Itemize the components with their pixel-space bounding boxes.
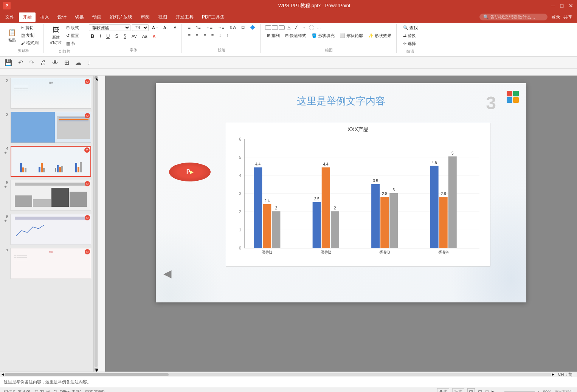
slide-thumb-4[interactable]: 4 ★ [2, 145, 92, 178]
format-painter-button[interactable]: 🖌 格式刷 [19, 39, 40, 46]
hscroll-thumb[interactable] [5, 373, 169, 376]
minimize-button[interactable]: ─ [550, 3, 556, 9]
indent-dec-button[interactable]: ←≡ [204, 25, 214, 31]
slide-thumb-6[interactable]: 6 ★ O [2, 213, 92, 246]
menu-insert[interactable]: 插入 [36, 12, 53, 22]
justify-button[interactable]: ≡ [209, 32, 216, 38]
arrange-button[interactable]: ⊞排列 [265, 32, 282, 39]
slide-preview-3[interactable]: O [11, 112, 91, 143]
cut-button[interactable]: ✂ 剪切 [19, 24, 40, 31]
undo-button[interactable]: ↶ [17, 58, 25, 67]
login-button[interactable]: 登录 [551, 14, 560, 20]
menu-view[interactable]: 视图 [154, 12, 171, 22]
shape-circle[interactable] [309, 25, 314, 30]
font-name-select[interactable]: 微软雅黑 [89, 24, 130, 31]
font-case-button[interactable]: Aa [140, 33, 149, 39]
menu-home[interactable]: 开始 [19, 12, 36, 22]
slide-thumb-3[interactable]: 3 O [2, 111, 92, 144]
redo-button[interactable]: ↷ [28, 58, 36, 67]
tools-button-1[interactable]: ⊞ [63, 58, 71, 67]
line-spacing-button[interactable]: ↕ [217, 32, 223, 38]
fill-button[interactable]: 🪣形状填充 [310, 32, 337, 39]
hscroll-track[interactable] [5, 373, 551, 376]
zoom-in-button[interactable]: + [538, 390, 540, 392]
convert-smartart-button[interactable]: 🔷 [248, 24, 257, 31]
view-toggle-button[interactable]: 👁 [51, 59, 60, 67]
bold-button[interactable]: B [89, 33, 96, 40]
quick-styles-button[interactable]: ⊟快速样式 [283, 32, 308, 39]
menu-file[interactable]: 文件 [2, 12, 18, 22]
notes-button[interactable]: 备注 [437, 388, 449, 392]
replace-button[interactable]: ⇄替换 [401, 32, 420, 39]
notes-bar[interactable]: 这里是举例备注内容，这里是举例备注注内容。 [0, 377, 577, 387]
align-center-button[interactable]: ≡ [194, 32, 200, 38]
font-size-select[interactable]: 24 [132, 24, 149, 31]
normal-view-button[interactable]: ⊞ [467, 388, 475, 392]
slide-thumb-2[interactable]: 2 目录 ───────────── ───────────── ───────… [2, 77, 92, 110]
search-input[interactable] [490, 14, 543, 20]
effect-button[interactable]: ✨形状效果 [366, 32, 393, 39]
char-spacing-button[interactable]: AV [130, 33, 139, 39]
scrollbar-up-arrow[interactable]: ▲ [95, 76, 98, 79]
menu-review[interactable]: 审阅 [137, 12, 154, 22]
italic-button[interactable]: I [98, 33, 103, 40]
slide-thumb-7[interactable]: 7 标题 ── ────────── ── ────────── ── ────… [2, 247, 92, 280]
select-button[interactable]: ⊹选择 [401, 40, 420, 47]
paste-button[interactable]: 📋 粘贴 [6, 27, 18, 44]
reading-view-button[interactable]: □ [485, 389, 489, 392]
bullets-button[interactable]: ≡ [186, 25, 192, 31]
align-right-button[interactable]: ≡ [202, 32, 208, 38]
new-slide-button[interactable]: 🖼 新建 幻灯片 [48, 25, 64, 46]
shape-line[interactable]: ╱ [293, 24, 299, 31]
underline-button[interactable]: U [104, 33, 112, 40]
save-qa-button[interactable]: 💾 [3, 58, 14, 67]
shape-more[interactable]: … [315, 25, 323, 31]
zoom-out-button[interactable]: − [499, 390, 501, 392]
section-button[interactable]: ▦ 节 [64, 40, 81, 47]
print-preview-button[interactable]: 🖨 [39, 59, 48, 67]
share-button[interactable]: 共享 [563, 14, 572, 20]
slide-sorter-button[interactable]: ⊟ [478, 389, 482, 392]
hscroll-right[interactable]: ▶ [552, 373, 554, 376]
menu-developer[interactable]: 开发工具 [172, 12, 197, 22]
slide-preview-7[interactable]: 标题 ── ────────── ── ────────── ── ──────… [11, 248, 91, 279]
font-size-decrease-button[interactable]: A- [161, 25, 171, 31]
shape-rect2[interactable] [272, 25, 278, 30]
col-button[interactable]: ⫿ [225, 32, 231, 38]
shape-triangle[interactable]: △ [285, 24, 292, 31]
scrollbar-down-arrow[interactable]: ▼ [95, 368, 98, 371]
slideshow-button[interactable]: ▶ [492, 389, 496, 392]
search-bar[interactable]: 🔍 [479, 14, 548, 20]
comments-button[interactable]: 批注 [452, 388, 464, 392]
tools-button-2[interactable]: ☁ [74, 58, 83, 67]
numbering-button[interactable]: 1≡ [194, 25, 203, 31]
layout-button[interactable]: ⊞ 版式 [64, 24, 81, 31]
copy-button[interactable]: ⿻ 复制 [19, 32, 40, 39]
font-color-button[interactable]: A [150, 33, 157, 39]
menu-pdf[interactable]: PDF工具集 [198, 12, 228, 22]
menu-animations[interactable]: 动画 [88, 12, 105, 22]
shape-arrow[interactable]: → [300, 25, 308, 31]
shape-rect[interactable] [265, 25, 271, 30]
slide-panel-scrollbar[interactable]: ▲ ▼ [94, 76, 98, 372]
maximize-button[interactable]: □ [559, 3, 565, 9]
shadow-button[interactable]: S̲ [122, 33, 128, 39]
scrollbar-track[interactable] [95, 80, 98, 367]
horizontal-scrollbar[interactable]: ◀ ▶ CH ↓ 简 [0, 372, 577, 377]
text-direction-button[interactable]: ⇅A [228, 24, 237, 31]
indent-inc-button[interactable]: →≡ [216, 25, 226, 31]
slide-thumb-5[interactable]: 5 ★ O [2, 179, 92, 212]
align-text-button[interactable]: ⊡ [239, 24, 247, 31]
close-button[interactable]: ✕ [568, 3, 574, 9]
menu-transitions[interactable]: 切换 [71, 12, 88, 22]
menu-design[interactable]: 设计 [54, 12, 70, 22]
clear-format-button[interactable]: Ā [172, 25, 178, 31]
slide-preview-6[interactable]: O [11, 214, 91, 245]
tools-button-3[interactable]: ↓ [86, 59, 92, 67]
shape-para[interactable] [279, 25, 285, 30]
menu-slideshow[interactable]: 幻灯片放映 [106, 12, 136, 22]
outline-button[interactable]: ⬜形状轮廓 [338, 32, 365, 39]
notes-content[interactable]: 这里是举例备注内容，这里是举例备注注内容。 [4, 379, 91, 385]
zoom-level[interactable]: 90% [543, 390, 551, 392]
slide-preview-5[interactable]: O [11, 180, 91, 211]
